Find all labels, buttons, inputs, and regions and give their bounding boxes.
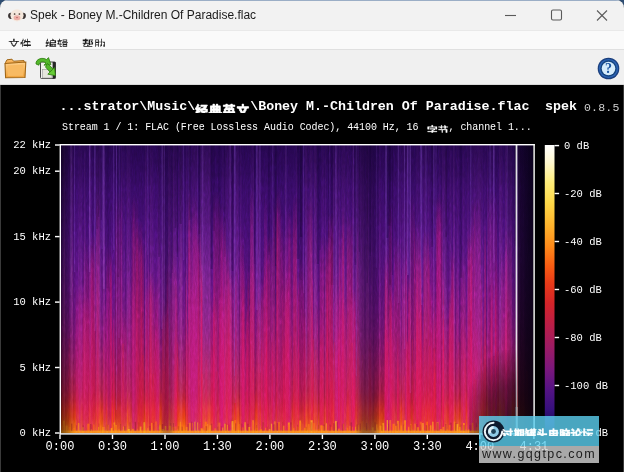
svg-text:?: ?: [605, 61, 612, 76]
